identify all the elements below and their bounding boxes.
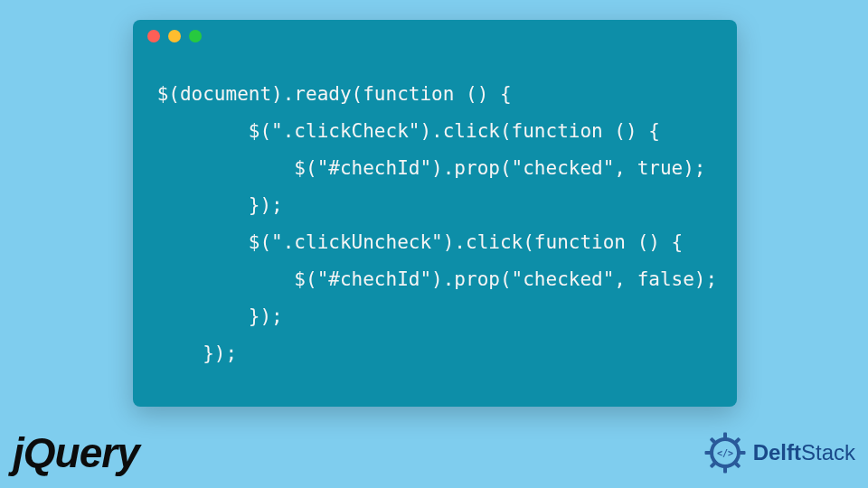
delftstack-logo: </> DelftStack bbox=[703, 430, 855, 475]
code-line: $(".clickUncheck").click(function () { bbox=[146, 231, 683, 253]
delftstack-text: DelftStack bbox=[753, 440, 855, 465]
close-icon[interactable] bbox=[147, 30, 160, 42]
code-window: $(document).ready(function () { $(".clic… bbox=[133, 20, 737, 407]
jquery-logo: jQuery bbox=[13, 428, 139, 477]
maximize-icon[interactable] bbox=[189, 30, 202, 42]
code-line: $("#chechId").prop("checked", false); bbox=[146, 268, 717, 290]
svg-rect-3 bbox=[704, 451, 712, 455]
code-line: }); bbox=[146, 194, 283, 216]
code-line: }); bbox=[146, 343, 237, 364]
svg-rect-4 bbox=[737, 451, 745, 455]
window-titlebar bbox=[133, 20, 737, 52]
code-line: }); bbox=[146, 305, 283, 327]
code-line: $(document).ready(function () { bbox=[146, 83, 512, 105]
code-line: $(".clickCheck").click(function () { bbox=[146, 120, 660, 142]
minimize-icon[interactable] bbox=[168, 30, 181, 42]
svg-text:</>: </> bbox=[717, 448, 733, 458]
code-line: $("#chechId").prop("checked", true); bbox=[146, 157, 706, 179]
code-block: $(document).ready(function () { $(".clic… bbox=[133, 52, 737, 372]
gear-icon: </> bbox=[703, 430, 748, 475]
svg-rect-1 bbox=[723, 433, 727, 441]
svg-rect-2 bbox=[723, 465, 727, 474]
